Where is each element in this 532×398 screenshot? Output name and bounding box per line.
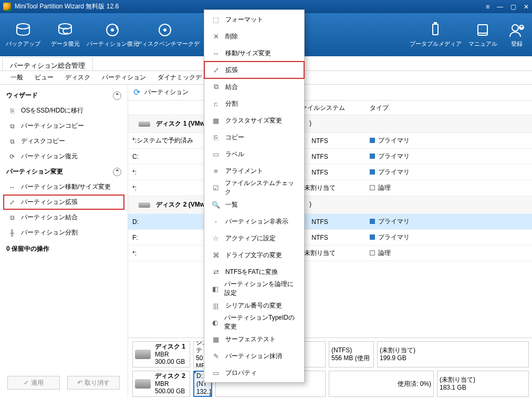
- resize-icon: ↔: [7, 183, 17, 191]
- ctx-分割[interactable]: ⎌分割: [204, 95, 304, 112]
- ctx-アクティブに設定[interactable]: ☆アクティブに設定: [204, 230, 304, 247]
- ctx-フォーマット[interactable]: ⬚フォーマット: [204, 11, 304, 28]
- ribbon-disk-benchmark[interactable]: ディスクベンチマーク: [139, 22, 191, 48]
- ctx-icon: ⧉: [212, 83, 220, 91]
- partition-recovery-icon: [103, 22, 121, 38]
- ctx-パーティションTypeIDの変更[interactable]: ◐パーティションTypeIDの変更: [204, 314, 304, 331]
- book-icon: [474, 22, 492, 38]
- partition-row[interactable]: *:0 B183.07 GB未割り当て論理: [128, 246, 532, 261]
- refresh-bar: ⟳ パーティション: [128, 85, 532, 100]
- chevron-up-icon: ⌃: [113, 168, 121, 176]
- svg-point-5: [163, 28, 166, 32]
- partition-row[interactable]: *:1 MB96.88 MBNTFSプライマリ: [128, 165, 532, 180]
- ctx-icon: ✎: [212, 352, 220, 360]
- sidebar-wizard-header[interactable]: ウィザード ⌃: [0, 88, 128, 103]
- menu-view[interactable]: ビュー: [29, 73, 59, 82]
- undo-button[interactable]: ↶取り消す: [67, 376, 120, 390]
- generic-icon: [187, 22, 205, 38]
- check-icon: ✓: [24, 379, 29, 386]
- ribbon-manual[interactable]: マニュアル: [462, 22, 504, 48]
- svg-text:+: +: [519, 23, 523, 30]
- sidebar-merge[interactable]: ⧉パーティション結合: [0, 210, 128, 225]
- disk-copy-icon: ⧉: [7, 137, 17, 146]
- sidebar-split[interactable]: ╫パーティション分割: [0, 225, 128, 240]
- disk-icon: [139, 202, 150, 208]
- sidebar-disk-copy[interactable]: ⧉ディスクコピー: [0, 134, 128, 149]
- ctx-結合[interactable]: ⧉結合: [204, 78, 304, 95]
- tab-partition-management[interactable]: パーティション総合管理: [2, 57, 93, 70]
- menu-disk[interactable]: ディスク: [60, 73, 96, 82]
- ctx-一覧[interactable]: 🔍一覧: [204, 196, 304, 213]
- ctx-パーティションを論理に設定[interactable]: ◧パーティションを論理に設定: [204, 280, 304, 297]
- partition-row[interactable]: *:システムで予約済み6 MB23.64 MBNTFSプライマリ: [128, 133, 532, 149]
- ribbon-register[interactable]: + 登録: [504, 22, 530, 48]
- ctx-拡張[interactable]: ⤢拡張: [204, 62, 304, 78]
- menu-general[interactable]: 一般: [5, 73, 28, 82]
- ctx-削除[interactable]: ✕削除: [204, 28, 304, 45]
- hamburger-icon[interactable]: ≡: [486, 3, 489, 11]
- data-recovery-icon: [56, 22, 74, 38]
- ctx-ドライブ文字の変更[interactable]: ⌘ドライブ文字の変更: [204, 247, 304, 263]
- merge-icon: ⧉: [7, 213, 17, 222]
- svg-point-3: [111, 28, 114, 32]
- close-button[interactable]: ✕: [524, 3, 529, 11]
- svg-rect-6: [433, 24, 438, 35]
- disk-icon: [135, 379, 151, 389]
- ribbon-truncated[interactable]: デ: [191, 22, 202, 48]
- partition-row[interactable]: C:59 GB84.78 GBNTFSプライマリ: [128, 149, 532, 165]
- ctx-icon: ☑: [212, 183, 220, 192]
- maximize-button[interactable]: ▢: [510, 3, 516, 11]
- ribbon-partition-recovery[interactable]: パーティション復元: [86, 22, 139, 48]
- diskmap-d1-p4[interactable]: (未割り当て)199.9 GB: [377, 341, 529, 368]
- benchmark-icon: [156, 22, 174, 38]
- ctx-NTFSをFATに変換[interactable]: ⇄NTFSをFATに変換: [204, 263, 304, 280]
- split-icon: ╫: [7, 229, 17, 237]
- grid-header: 済 未使用 ファイルシステム タイプ: [128, 100, 532, 115]
- ribbon-data-recovery[interactable]: データ復元: [44, 22, 86, 48]
- ctx-サーフェステスト[interactable]: ▦サーフェステスト: [204, 331, 304, 348]
- partition-row[interactable]: *:0 B199.94 GB未割り当て論理: [128, 180, 532, 196]
- ctx-icon: |||: [212, 301, 220, 310]
- partition-row[interactable]: F:0 MB184.74 GBNTFSプライマリ: [128, 230, 532, 246]
- ctx-ファイルシステムチェック[interactable]: ☑ファイルシステムチェック: [204, 179, 304, 196]
- ctx-移動/サイズ変更[interactable]: ↔移動/サイズ変更: [204, 45, 304, 62]
- refresh-label: パーティション: [144, 88, 189, 97]
- recovery-icon: ⟳: [7, 152, 17, 161]
- context-menu: ⬚フォーマット✕削除↔移動/サイズ変更⤢拡張⧉結合⎌分割▦クラスタサイズ変更⎘コ…: [204, 9, 305, 383]
- svg-point-10: [512, 25, 518, 31]
- sidebar-migrate-os[interactable]: ⎘OSをSSD/HDDに移行: [0, 103, 128, 118]
- ctx-アライメント[interactable]: ≡アライメント: [204, 162, 304, 179]
- ctx-コピー[interactable]: ⎘コピー: [204, 129, 304, 146]
- sidebar-move-resize[interactable]: ↔パーティション移動/サイズ変更: [0, 179, 128, 195]
- partition-row[interactable]: D:8 MB132.02 GBNTFSプライマリ: [128, 214, 532, 230]
- ctx-シリアル番号の変更[interactable]: |||シリアル番号の変更: [204, 297, 304, 314]
- sidebar-partition-recovery[interactable]: ⟳パーティション復元: [0, 149, 128, 164]
- sidebar-change-header[interactable]: パーティション変更 ⌃: [0, 164, 128, 179]
- refresh-icon[interactable]: ⟳: [133, 87, 140, 97]
- sidebar-extend[interactable]: ⤢パーティション拡張: [3, 195, 124, 210]
- apply-button[interactable]: ✓適用: [7, 376, 60, 390]
- ctx-icon: ◐: [212, 318, 219, 326]
- ribbon-bootable-media[interactable]: ブータブルメディア: [409, 22, 462, 48]
- ctx-パーティション抹消[interactable]: ✎パーティション抹消: [204, 348, 304, 364]
- ctx-icon: ✕: [212, 32, 220, 40]
- ctx-ラベル[interactable]: ▭ラベル: [204, 146, 304, 162]
- disk2-header[interactable]: ディスク 2 (VMw ): [128, 196, 532, 214]
- diskmap-disk1-label[interactable]: ディスク 1MBR300.00 GB: [132, 341, 190, 368]
- diskmap-d2-p4[interactable]: (未割り当て)183.1 GB: [437, 371, 529, 397]
- ctx-icon: ◦: [212, 217, 220, 226]
- ctx-パーティション非表示[interactable]: ◦パーティション非表示: [204, 213, 304, 230]
- diskmap-disk2-label[interactable]: ディスク 2MBR500.00 GB: [132, 371, 190, 397]
- disk1-header[interactable]: ディスク 1 (VMw ): [128, 115, 532, 133]
- copy-icon: ⧉: [7, 122, 17, 130]
- diskmap-d2-p3[interactable]: 使用済: 0%): [329, 371, 434, 397]
- menu-partition[interactable]: パーティション: [97, 73, 151, 82]
- diskmap-d1-p3[interactable]: (NTFS)556 MB (使用: [329, 341, 374, 368]
- ctx-クラスタサイズ変更[interactable]: ▦クラスタサイズ変更: [204, 112, 304, 129]
- ribbon-backup[interactable]: バックアップ: [2, 22, 44, 48]
- svg-point-0: [17, 24, 29, 29]
- ctx-プロパティ[interactable]: ▭プロパティ: [204, 364, 304, 381]
- minimize-button[interactable]: —: [497, 3, 503, 11]
- sidebar-partition-copy[interactable]: ⧉パーティションコピー: [0, 118, 128, 134]
- undo-icon: ↶: [77, 379, 82, 386]
